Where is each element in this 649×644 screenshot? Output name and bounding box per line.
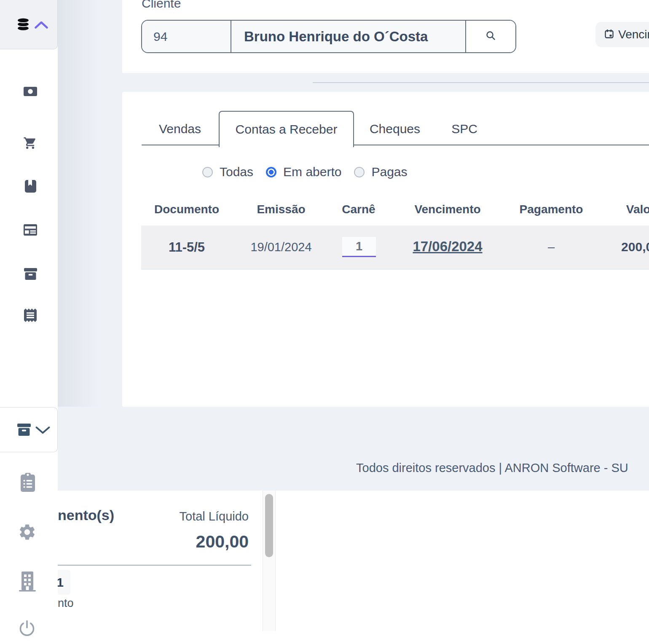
cell-vencimento-link[interactable]: 17/06/2024 [413,239,482,255]
archive-icon[interactable] [24,268,38,282]
app-window: Cliente 94 Bruno Henrique do O´Costa Ven… [0,0,649,644]
archive-box-icon[interactable] [17,424,31,437]
col-header-valor: Valor [626,203,649,216]
tab-contas-a-receber[interactable]: Contas a Receber [219,111,354,147]
gear-icon[interactable] [18,523,37,543]
radio-todas-circle[interactable] [202,167,213,177]
panel-scrollbar-thumb[interactable] [265,494,273,557]
radio-em-aberto-circle[interactable] [266,167,276,177]
power-icon[interactable] [19,620,35,639]
tab-spc[interactable]: SPC [451,122,477,136]
client-search-button[interactable] [466,21,515,52]
radio-em-aberto[interactable]: Em aberto [266,165,341,179]
total-liquido-label: Total Líquido [148,510,249,523]
vencimento-button-label: Vencim [618,28,649,41]
tabbar-underline [142,145,649,145]
panel-divider [58,565,251,566]
table-row [141,225,649,270]
radio-pagas[interactable]: Pagas [354,165,407,179]
cell-pagamento: – [548,240,555,254]
cell-documento: 11-5/5 [169,240,205,255]
vencimento-button[interactable]: Vencim [595,22,649,47]
cell-carne-link[interactable]: 1 [342,237,376,257]
tab-vendas[interactable]: Vendas [159,122,201,136]
status-filter-group: Todas Em aberto Pagas [202,165,408,179]
clipboard-icon[interactable] [20,473,36,494]
sidebar-shadow-gradient [58,0,122,407]
database-icon[interactable] [16,18,30,33]
radio-todas[interactable]: Todas [202,165,253,179]
copyright-text: Todos direitos reservados | ANRON Softwa… [356,461,628,475]
bookmark-icon[interactable] [25,180,36,194]
client-name-field[interactable]: Bruno Henrique do O´Costa [231,21,466,52]
bottom-panel-title: nento(s) [58,507,114,523]
item-label: nto [58,597,74,610]
money-bill-icon[interactable] [24,87,37,98]
calendar-icon [605,28,614,41]
sidebar [0,0,58,644]
sidebar-group-box[interactable] [0,407,58,452]
radio-em-aberto-label: Em aberto [283,165,341,179]
col-header-pagamento: Pagamento [520,203,583,216]
building-icon[interactable] [18,572,37,593]
shopping-cart-icon[interactable] [23,136,37,152]
total-liquido-value: 200,00 [126,532,249,552]
search-icon [485,30,496,43]
chevron-down-icon[interactable] [35,426,50,436]
radio-todas-label: Todas [220,165,253,179]
tab-cheques[interactable]: Cheques [370,122,420,136]
client-field-label: Cliente [142,0,181,11]
card-icon[interactable] [24,224,37,237]
col-header-vencimento: Vencimento [414,203,480,216]
section-divider [313,82,649,83]
chevron-up-icon[interactable] [35,21,48,30]
receipt-icon[interactable] [24,309,37,324]
radio-pagas-label: Pagas [371,165,407,179]
client-input-group: 94 Bruno Henrique do O´Costa [141,20,516,53]
col-header-emissao: Emissão [257,203,305,216]
client-code-field[interactable]: 94 [142,21,231,52]
cell-valor: 200,00 [621,240,649,254]
panel-scrollbar-track[interactable] [263,491,276,631]
col-header-documento: Documento [154,203,219,216]
col-header-carne: Carnê [342,203,375,216]
sidebar-header-box[interactable] [0,0,58,49]
cell-emissao: 19/01/2024 [250,240,311,254]
radio-pagas-circle[interactable] [354,167,365,177]
